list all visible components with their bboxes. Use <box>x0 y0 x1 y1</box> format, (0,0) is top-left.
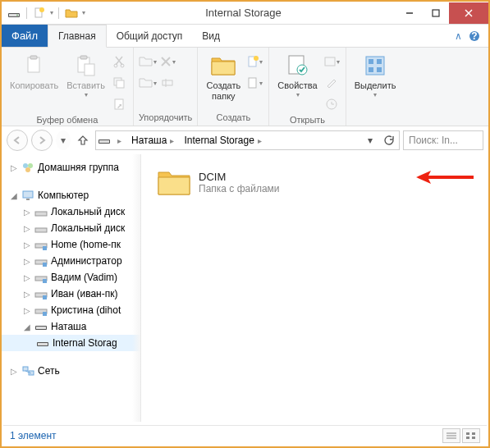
new-document-icon[interactable] <box>32 6 47 21</box>
tree-label: Сеть <box>38 365 60 377</box>
address-bar[interactable]: ▸ Наташа▸ Internal Storage▸ ▾ <box>95 130 400 150</box>
tab-home[interactable]: Главная <box>48 25 107 48</box>
svg-rect-33 <box>369 59 373 64</box>
minimize-button[interactable] <box>396 2 423 24</box>
rename-icon[interactable] <box>158 74 176 92</box>
paste-button[interactable]: Вставить ▾ <box>63 51 108 100</box>
help-icon[interactable]: ? <box>469 30 480 42</box>
svg-rect-43 <box>26 199 30 200</box>
svg-point-4 <box>39 7 44 12</box>
copy-path-icon[interactable] <box>110 74 128 92</box>
recent-locations-button[interactable]: ▾ <box>56 130 71 150</box>
close-button[interactable] <box>449 2 488 24</box>
tree-vadim[interactable]: ▷Вадим (Vadim) <box>2 269 140 286</box>
tree-localdisk-1[interactable]: ▷Локальный диск <box>2 203 140 220</box>
svg-rect-53 <box>43 295 47 299</box>
svg-rect-60 <box>23 367 28 371</box>
forward-button[interactable] <box>31 130 53 151</box>
tree-internal-storage[interactable]: Internal Storag <box>2 335 140 351</box>
tab-share[interactable]: Общий доступ <box>107 25 193 47</box>
title-bar: ▾ ▾ Internal Storage <box>2 2 488 25</box>
content-pane[interactable]: DCIM Папка с файлами <box>141 154 488 422</box>
drive-small-icon <box>36 336 49 350</box>
svg-rect-12 <box>30 56 37 59</box>
tree-network[interactable]: ▷ Сеть <box>2 363 140 379</box>
tab-view[interactable]: Вид <box>192 25 230 47</box>
search-input[interactable]: Поиск: In... <box>403 130 483 150</box>
folder-subtitle: Папка с файлами <box>199 183 280 194</box>
open-icon[interactable]: ▾ <box>323 53 341 71</box>
window-title: Internal Storage <box>90 7 396 19</box>
copy-icon <box>21 53 48 79</box>
address-dropdown-icon[interactable]: ▾ <box>361 131 379 149</box>
crumb-internal[interactable]: Internal Storage▸ <box>181 135 264 146</box>
svg-point-41 <box>25 167 30 172</box>
select-icon <box>362 53 388 79</box>
tree-ivan[interactable]: ▷Иван (иван-пк) <box>2 286 140 302</box>
tree-natasha[interactable]: ◢Наташа <box>2 318 140 335</box>
folder-qat-icon[interactable] <box>64 6 79 21</box>
svg-rect-36 <box>377 67 382 72</box>
tree-label: Домашняя группа <box>38 162 119 173</box>
qat-menu-icon[interactable]: ▾ <box>82 9 85 16</box>
history-icon[interactable] <box>323 95 341 113</box>
properties-button[interactable]: Свойства ▾ <box>274 51 320 100</box>
svg-text:?: ? <box>471 30 477 42</box>
tree-computer[interactable]: ◢ Компьютер <box>2 187 140 203</box>
svg-rect-27 <box>249 78 256 88</box>
computer-icon <box>21 189 34 202</box>
new-item-icon[interactable]: ▾ <box>245 53 263 71</box>
ribbon-collapse-icon[interactable]: ∧ <box>455 30 462 42</box>
ribbon-tabs: Файл Главная Общий доступ Вид ∧ ? <box>2 25 488 48</box>
tab-file[interactable]: Файл <box>2 25 48 47</box>
cut-icon[interactable] <box>110 53 128 71</box>
maximize-button[interactable] <box>423 2 449 24</box>
refresh-icon[interactable] <box>379 131 397 149</box>
paste-shortcut-icon[interactable] <box>110 95 128 113</box>
group-open: Свойства ▾ ▾ Открыть <box>269 48 346 126</box>
easy-access-icon[interactable]: ▾ <box>245 74 263 92</box>
expander-icon[interactable]: ▷ <box>10 163 18 172</box>
crumb-natasha[interactable]: Наташа▸ <box>128 135 177 146</box>
move-to-icon[interactable]: ▾ <box>139 53 157 71</box>
tree-label: Локальный диск <box>51 206 125 217</box>
svg-rect-47 <box>43 246 47 250</box>
tree-kristina[interactable]: ▷Кристина (dihot <box>2 302 140 318</box>
new-folder-button[interactable]: Создать папку <box>203 51 244 103</box>
group-label-organize: Упорядочить <box>139 111 192 124</box>
svg-rect-59 <box>38 343 48 345</box>
svg-rect-66 <box>466 432 469 435</box>
copy-to-icon[interactable]: ▾ <box>139 74 157 92</box>
up-button[interactable] <box>74 131 92 149</box>
back-button[interactable] <box>7 130 28 151</box>
tree-label: Администратор <box>51 255 122 267</box>
navigation-bar: ▾ ▸ Наташа▸ Internal Storage▸ ▾ Поиск: I… <box>2 126 488 154</box>
svg-rect-30 <box>325 57 335 66</box>
expander-icon[interactable]: ▷ <box>10 367 18 376</box>
homegroup-icon <box>21 161 34 174</box>
svg-rect-69 <box>472 437 475 439</box>
edit-icon[interactable] <box>323 74 341 92</box>
tree-home[interactable]: ▷Home (home-пк <box>2 236 140 253</box>
netdrive-icon <box>34 238 48 251</box>
svg-rect-42 <box>23 191 33 198</box>
tree-homegroup[interactable]: ▷ Домашняя группа <box>2 159 140 176</box>
paste-icon <box>73 53 99 79</box>
copy-button[interactable]: Копировать <box>7 51 62 93</box>
view-icons-button[interactable] <box>462 428 480 443</box>
group-clipboard: Копировать Вставить ▾ Буфер обмена <box>2 48 134 126</box>
svg-rect-45 <box>35 228 47 232</box>
tree-localdisk-2[interactable]: ▷Локальный диск <box>2 220 140 236</box>
tree-admin[interactable]: ▷Администратор <box>2 253 140 269</box>
svg-point-40 <box>28 163 33 168</box>
crumb-root-icon[interactable]: ▸ <box>114 136 125 145</box>
qat-dropdown-icon[interactable]: ▾ <box>50 9 53 16</box>
tree-label: Вадим (Vadim) <box>51 272 117 283</box>
folder-icon <box>210 53 236 79</box>
view-details-button[interactable] <box>442 428 460 443</box>
select-button[interactable]: Выделить ▾ <box>351 51 400 100</box>
delete-icon[interactable]: ▾ <box>158 53 176 71</box>
group-label-clipboard: Буфер обмена <box>7 113 128 126</box>
expander-icon[interactable]: ◢ <box>10 191 18 200</box>
properties-icon <box>285 53 311 79</box>
